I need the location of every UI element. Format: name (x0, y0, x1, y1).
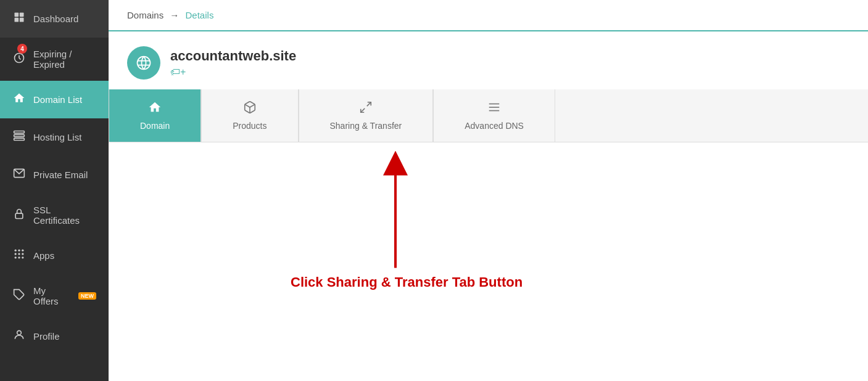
svg-rect-2 (15, 18, 19, 22)
tab-advanced-dns-label: Advanced DNS (465, 121, 524, 131)
sidebar-item-domain-list[interactable]: Domain List (0, 81, 109, 118)
sidebar-item-hosting-list[interactable]: Hosting List (0, 118, 109, 156)
tab-products-label: Products (233, 121, 267, 131)
svg-point-17 (18, 256, 20, 258)
dns-tab-icon (487, 100, 501, 117)
annotation-text: Click Sharing & Transfer Tab Button (291, 274, 523, 290)
svg-point-14 (18, 253, 20, 255)
sidebar: Dashboard Expiring / Expired 4 Domain Li… (0, 0, 109, 381)
sidebar-item-expiring[interactable]: Expiring / Expired 4 (0, 38, 109, 81)
sidebar-item-label: Expiring / Expired (33, 49, 96, 70)
breadcrumb-root[interactable]: Domains (127, 10, 163, 20)
apps-icon (12, 248, 26, 263)
sidebar-item-label: Private Email (33, 170, 88, 180)
breadcrumb-current: Details (186, 10, 214, 20)
annotation-area: Click Sharing & Transfer Tab Button (109, 142, 868, 381)
hosting-icon (12, 129, 26, 145)
email-icon (12, 167, 26, 182)
sidebar-item-profile[interactable]: Profile (0, 318, 109, 355)
breadcrumb-bar: Domains → Details (109, 0, 868, 31)
sidebar-item-ssl[interactable]: SSL Certificates (0, 194, 109, 237)
sidebar-item-label: Profile (33, 331, 60, 342)
profile-icon (12, 329, 26, 344)
tab-advanced-dns[interactable]: Advanced DNS (433, 89, 555, 142)
svg-point-13 (15, 253, 17, 255)
main-content: Domains → Details accountantweb.site 🏷+ … (109, 0, 868, 381)
sidebar-item-label: My Offers (33, 285, 68, 306)
svg-rect-9 (15, 213, 23, 218)
annotation-arrow: Click Sharing & Transfer Tab Button (109, 142, 868, 381)
domain-tag-icon[interactable]: 🏷+ (170, 67, 296, 78)
domain-name: accountantweb.site (170, 48, 296, 64)
svg-rect-5 (14, 131, 25, 133)
svg-point-20 (17, 330, 22, 335)
svg-line-23 (361, 109, 365, 112)
domain-info: accountantweb.site 🏷+ (170, 48, 296, 78)
sidebar-item-label: Hosting List (33, 132, 81, 142)
sidebar-item-label: Domain List (33, 94, 82, 105)
svg-point-10 (15, 250, 17, 252)
new-badge: NEW (78, 292, 96, 300)
domain-list-icon (12, 92, 26, 107)
svg-point-18 (22, 256, 23, 258)
expiring-icon (12, 52, 26, 67)
products-tab-icon (243, 100, 257, 117)
breadcrumb-arrow: → (170, 10, 179, 20)
svg-rect-7 (14, 138, 25, 140)
tab-sharing-label: Sharing & Transfer (330, 121, 402, 131)
tab-bar: Domain Products Sharing & Transfer Advan… (109, 89, 868, 142)
sidebar-item-label: Apps (33, 250, 54, 261)
svg-rect-3 (20, 18, 24, 22)
svg-point-12 (22, 250, 23, 252)
tab-domain-label: Domain (140, 121, 170, 131)
svg-rect-6 (14, 134, 25, 136)
svg-rect-1 (20, 13, 24, 17)
svg-point-11 (18, 250, 20, 252)
domain-avatar (127, 46, 160, 80)
sidebar-item-private-email[interactable]: Private Email (0, 156, 109, 194)
tab-domain[interactable]: Domain (109, 89, 201, 142)
svg-line-22 (367, 102, 371, 106)
sidebar-item-my-offers[interactable]: My Offers NEW (0, 274, 109, 318)
offers-icon (12, 289, 26, 304)
expiring-badge: 4 (17, 44, 27, 54)
domain-tab-icon (148, 100, 162, 117)
tab-products[interactable]: Products (201, 89, 298, 142)
sidebar-item-label: SSL Certificates (33, 205, 96, 226)
domain-header: accountantweb.site 🏷+ (109, 31, 868, 89)
sidebar-item-dashboard[interactable]: Dashboard (0, 0, 109, 38)
ssl-icon (12, 208, 26, 223)
sidebar-item-apps[interactable]: Apps (0, 237, 109, 274)
svg-point-15 (22, 253, 23, 255)
svg-point-16 (15, 256, 17, 258)
tab-sharing-transfer[interactable]: Sharing & Transfer (299, 89, 434, 142)
sharing-tab-icon (359, 100, 373, 117)
dashboard-icon (12, 11, 26, 27)
sidebar-item-label: Dashboard (33, 14, 78, 24)
svg-rect-0 (15, 13, 19, 17)
